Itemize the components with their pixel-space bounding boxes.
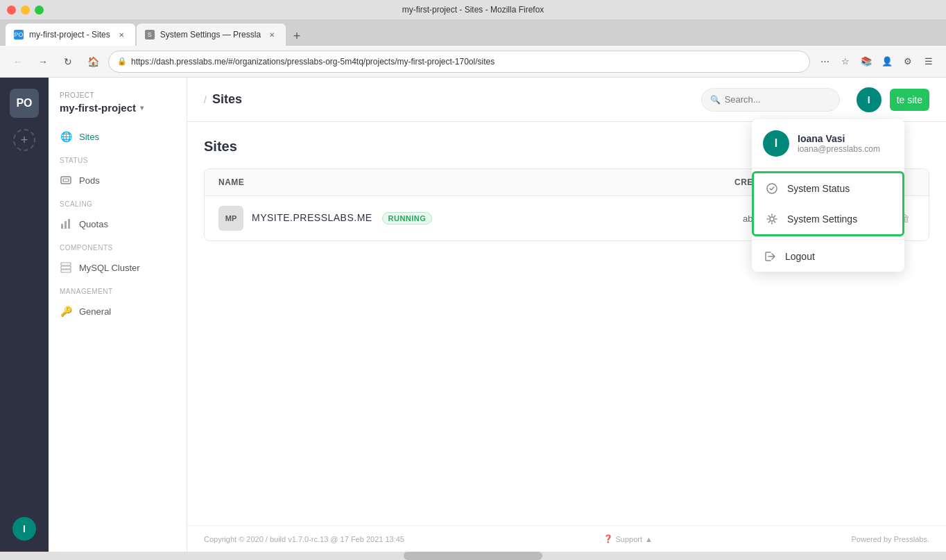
extensions-button[interactable]: ⋯: [816, 53, 834, 71]
add-project-button[interactable]: +: [13, 129, 35, 151]
window-title: my-first-project - Sites - Mozilla Firef…: [402, 5, 544, 15]
refresh-button[interactable]: ↻: [58, 52, 78, 71]
system-status-label: System Status: [787, 183, 850, 194]
site-icon: MP: [218, 206, 243, 231]
content-footer: Copyright © 2020 / build v1.7.0-rc.13 @ …: [187, 525, 946, 552]
user-menu-button[interactable]: I: [857, 87, 882, 112]
maximize-button[interactable]: [35, 6, 44, 15]
sidebar-item-quotas[interactable]: Quotas: [49, 212, 187, 236]
content-header: / Sites 🔍 I te site: [187, 78, 946, 122]
horizontal-scrollbar[interactable]: [0, 552, 946, 560]
sidebar-label-quotas: Quotas: [79, 219, 108, 229]
copyright-text: Copyright © 2020 / build v1.7.0-rc.13 @ …: [204, 535, 404, 543]
dropdown-logout[interactable]: Logout: [752, 241, 904, 272]
tab-favicon-sites: PO: [14, 30, 24, 40]
breadcrumb-slash: /: [204, 94, 207, 105]
chevron-down-icon: ▾: [140, 104, 144, 112]
home-button[interactable]: 🏠: [83, 52, 103, 71]
globe-icon: 🌐: [60, 130, 72, 143]
tab-settings[interactable]: S System Settings — Pressla ✕: [137, 24, 286, 46]
window-controls: [7, 6, 44, 15]
sidebar-label-mysql: MySQL Cluster: [79, 263, 140, 273]
sidebar-item-pods[interactable]: Pods: [49, 168, 187, 192]
sidebar-section-status: STATUS: [49, 148, 187, 168]
content-area: / Sites 🔍 I te site I: [187, 78, 946, 552]
tab-label-sites: my-first-project - Sites: [29, 30, 110, 40]
forward-button[interactable]: →: [33, 52, 53, 71]
sidebar-section-management: MANAGEMENT: [49, 279, 187, 299]
logout-icon: [763, 250, 777, 263]
profile-icon[interactable]: ⚙: [899, 53, 917, 71]
svg-rect-1: [63, 179, 69, 182]
project-label: PROJECT: [60, 91, 175, 99]
sidebar-item-mysql[interactable]: MySQL Cluster: [49, 256, 187, 279]
site-name-cell: mysite.presslabs.me RUNNING: [252, 212, 743, 225]
bookmark-icon[interactable]: ☆: [836, 53, 854, 71]
project-name[interactable]: my-first-project ▾: [60, 102, 175, 114]
gear-icon: [765, 212, 779, 226]
site-name: mysite.presslabs.me: [252, 212, 372, 223]
nav-extras: ⋯ ☆ 📚 👤 ⚙ ☰: [816, 53, 938, 71]
app-container: PO + I PROJECT my-first-project ▾ 🌐 Site…: [0, 78, 946, 552]
project-header: PROJECT my-first-project ▾: [49, 89, 187, 125]
svg-point-9: [770, 217, 774, 221]
support-link[interactable]: ❓ Support ▲: [603, 534, 653, 543]
minimize-button[interactable]: [21, 6, 30, 15]
svg-rect-4: [68, 219, 70, 229]
project-avatar[interactable]: PO: [10, 89, 39, 118]
tab-close-settings[interactable]: ✕: [266, 29, 277, 40]
dropdown-user-info: I Ioana Vasi ioana@presslabs.com: [752, 119, 904, 168]
back-button[interactable]: ←: [8, 52, 28, 71]
logout-label: Logout: [785, 251, 815, 262]
tab-sites[interactable]: PO my-first-project - Sites ✕: [6, 24, 135, 46]
nav-bar: ← → ↻ 🏠 🔒 https://dash.presslabs.me/#/or…: [0, 46, 946, 78]
new-tab-button[interactable]: +: [287, 26, 307, 46]
dropdown-user-email: ioana@presslabs.com: [798, 144, 880, 154]
status-badge: RUNNING: [382, 212, 433, 225]
close-button[interactable]: [7, 6, 16, 15]
dropdown-system-settings[interactable]: System Settings: [754, 204, 902, 234]
sidebar-label-pods: Pods: [79, 175, 100, 186]
user-avatar-sidebar[interactable]: I: [12, 517, 36, 541]
powered-by-text: Powered by Presslabs.: [852, 535, 930, 543]
breadcrumb-page: Sites: [212, 92, 242, 107]
scrollbar-thumb[interactable]: [404, 552, 542, 560]
address-bar[interactable]: 🔒 https://dash.presslabs.me/#/organizati…: [108, 51, 810, 73]
title-bar: my-first-project - Sites - Mozilla Firef…: [0, 0, 946, 19]
quotas-icon: [60, 218, 72, 230]
svg-rect-5: [61, 263, 71, 265]
support-label: Support: [616, 535, 643, 543]
dropdown-system-status[interactable]: System Status: [754, 173, 902, 204]
system-settings-label: System Settings: [787, 213, 857, 225]
breadcrumb: / Sites: [204, 92, 693, 107]
user-dropdown-menu: I Ioana Vasi ioana@presslabs.com: [752, 119, 904, 272]
search-bar[interactable]: 🔍: [701, 88, 840, 112]
sidebar-section-components: COMPONENTS: [49, 236, 187, 256]
search-input[interactable]: [725, 94, 822, 105]
dropdown-avatar: I: [763, 130, 789, 157]
svg-rect-3: [64, 221, 67, 229]
menu-button[interactable]: ☰: [920, 53, 938, 71]
status-icon: [765, 182, 779, 195]
sync-icon[interactable]: 👤: [878, 53, 896, 71]
tab-label-settings: System Settings — Pressla: [160, 30, 261, 40]
mysql-icon: [60, 261, 72, 274]
reading-list-icon[interactable]: 📚: [857, 53, 875, 71]
svg-rect-7: [61, 270, 71, 272]
column-header-name: Name: [218, 177, 734, 187]
main-sidebar: PROJECT my-first-project ▾ 🌐 Sites STATU…: [49, 78, 187, 552]
sidebar-item-sites[interactable]: 🌐 Sites: [49, 125, 187, 148]
tab-favicon-settings: S: [145, 30, 155, 40]
create-site-button[interactable]: te site: [890, 89, 929, 111]
svg-rect-6: [61, 266, 71, 269]
tab-bar: PO my-first-project - Sites ✕ S System S…: [0, 19, 946, 46]
sidebar-label-general: General: [79, 306, 111, 317]
left-sidebar: PO + I: [0, 78, 49, 552]
lock-icon: 🔒: [117, 57, 127, 66]
sidebar-item-general[interactable]: 🔑 General: [49, 299, 187, 323]
chevron-up-icon: ▲: [645, 535, 653, 543]
tab-close-sites[interactable]: ✕: [116, 29, 127, 40]
sidebar-label-sites: Sites: [79, 132, 99, 142]
search-icon: 🔍: [710, 95, 721, 105]
svg-rect-2: [61, 224, 63, 229]
